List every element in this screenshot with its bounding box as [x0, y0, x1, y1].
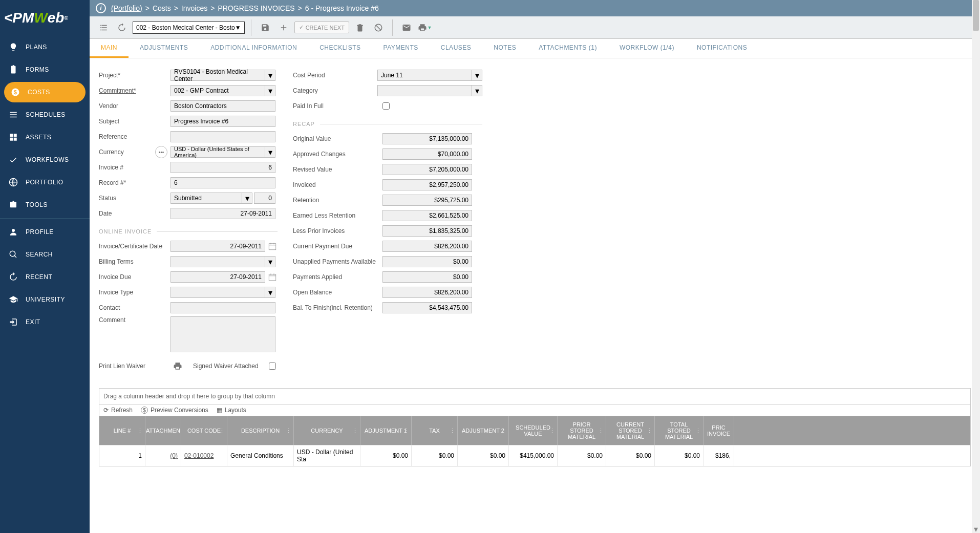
tab-adjustments[interactable]: ADJUSTMENTS: [129, 39, 199, 58]
col-price[interactable]: PRIC INVOICE: [704, 416, 734, 445]
save-button[interactable]: [258, 20, 273, 35]
nav-schedules[interactable]: SCHEDULES: [0, 103, 90, 126]
commitment-label[interactable]: Commitment*: [99, 87, 171, 94]
cell-attachment[interactable]: (0): [145, 445, 181, 466]
column-menu-icon[interactable]: ⋮: [286, 428, 291, 434]
layouts-button[interactable]: ▦Layouts: [217, 407, 246, 414]
preview-conversions-button[interactable]: $Preview Conversions: [141, 407, 208, 414]
table-row[interactable]: 1 (0) 02-010002 General Conditions USD -…: [99, 445, 970, 466]
column-menu-icon[interactable]: ⋮: [450, 428, 455, 434]
nav-assets[interactable]: ASSETS: [0, 126, 90, 148]
info-icon[interactable]: i: [96, 3, 106, 13]
tab-attachments[interactable]: ATTACHMENTS (1): [527, 39, 608, 58]
invoice-type-select[interactable]: ▾: [171, 287, 275, 298]
column-menu-icon[interactable]: ⋮: [352, 428, 358, 434]
category-select[interactable]: ▾: [377, 85, 482, 96]
col-cost-code[interactable]: COST CODE⋮: [181, 416, 227, 445]
email-button[interactable]: [399, 20, 414, 35]
breadcrumb-root[interactable]: (Portfolio): [111, 4, 142, 12]
status-extra-field[interactable]: 0: [254, 193, 275, 204]
chevron-down-icon[interactable]: ▾: [265, 287, 275, 298]
col-adj2[interactable]: ADJUSTMENT 2⋮: [458, 416, 509, 445]
invoice-due-field[interactable]: 27-09-2011: [171, 271, 265, 283]
nav-portfolio[interactable]: PORTFOLIO: [0, 171, 90, 194]
breadcrumb-invoices[interactable]: Invoices: [181, 4, 207, 12]
tab-workflow[interactable]: WORKFLOW (1/4): [608, 39, 686, 58]
comment-field[interactable]: [171, 316, 275, 352]
nav-costs[interactable]: $ COSTS: [4, 82, 86, 102]
nav-plans[interactable]: PLANS: [0, 36, 90, 58]
chevron-down-icon[interactable]: ▾: [265, 256, 275, 267]
record-selector[interactable]: 002 - Boston Mecical Center - Bosto ▼: [133, 22, 245, 34]
print-button[interactable]: ▼: [417, 20, 433, 35]
paid-in-full-checkbox[interactable]: [382, 102, 390, 110]
currency-select[interactable]: USD - Dollar (United States of America) …: [171, 146, 275, 158]
breadcrumb-progress[interactable]: PROGRESS INVOICES: [218, 4, 294, 12]
cost-period-select[interactable]: June 11 ▾: [377, 70, 482, 81]
col-adj1[interactable]: ADJUSTMENT 1⋮: [360, 416, 412, 445]
calendar-icon[interactable]: [267, 241, 278, 251]
nav-search[interactable]: SEARCH: [0, 243, 90, 266]
nav-university[interactable]: UNIVERSITY: [0, 288, 90, 311]
currency-more-icon[interactable]: •••: [155, 146, 167, 158]
signed-waiver-checkbox[interactable]: [269, 363, 276, 370]
history-button[interactable]: [114, 20, 130, 35]
create-next-button[interactable]: ✓ CREATE NEXT: [294, 22, 349, 33]
cancel-button[interactable]: [371, 20, 386, 35]
chevron-down-icon[interactable]: ▾: [265, 85, 275, 96]
breadcrumb-costs[interactable]: Costs: [153, 4, 171, 12]
tab-notes[interactable]: NOTES: [482, 39, 527, 58]
contact-field[interactable]: [171, 302, 275, 313]
tab-payments[interactable]: PAYMENTS: [372, 39, 430, 58]
tab-additional-info[interactable]: ADDITIONAL INFORMATION: [199, 39, 308, 58]
cell-cost-code[interactable]: 02-010002: [181, 445, 227, 466]
status-select[interactable]: Submitted ▾: [171, 193, 252, 204]
commitment-select[interactable]: 002 - GMP Contract ▾: [171, 85, 275, 96]
column-menu-icon[interactable]: ⋮: [219, 428, 225, 434]
col-description[interactable]: DESCRIPTION⋮: [227, 416, 294, 445]
calendar-icon[interactable]: [267, 272, 278, 282]
nav-tools[interactable]: TOOLS: [0, 194, 90, 216]
project-select[interactable]: RVS0104 - Boston Medical Center ▾: [171, 70, 275, 81]
add-button[interactable]: [276, 20, 291, 35]
chevron-down-icon[interactable]: ▾: [265, 146, 275, 158]
col-prior-stored[interactable]: PRIOR STORED MATERIAL⋮: [558, 416, 606, 445]
col-scheduled[interactable]: SCHEDULED VALUE⋮: [509, 416, 558, 445]
scrollbar-down-arrow[interactable]: ▾: [972, 525, 980, 533]
col-currency[interactable]: CURRENCY⋮: [294, 416, 360, 445]
tab-clauses[interactable]: CLAUSES: [430, 39, 483, 58]
nav-workflows[interactable]: WORKFLOWS: [0, 148, 90, 171]
column-menu-icon[interactable]: ⋮: [137, 428, 143, 434]
column-menu-icon[interactable]: ⋮: [598, 428, 604, 434]
chevron-down-icon[interactable]: ▾: [472, 85, 482, 96]
column-menu-icon[interactable]: ⋮: [403, 428, 409, 434]
tab-checklists[interactable]: CHECKLISTS: [308, 39, 372, 58]
column-menu-icon[interactable]: ⋮: [647, 428, 652, 434]
col-current-stored[interactable]: CURRENT STORED MATERIAL⋮: [606, 416, 655, 445]
chevron-down-icon[interactable]: ▾: [265, 70, 275, 81]
nav-exit[interactable]: EXIT: [0, 311, 90, 333]
column-menu-icon[interactable]: ⋮: [549, 428, 555, 434]
reference-field[interactable]: [171, 131, 275, 142]
record-num-field[interactable]: 6: [171, 177, 275, 188]
vendor-field[interactable]: Boston Contractors: [171, 100, 275, 112]
col-tax[interactable]: TAX⋮: [412, 416, 458, 445]
scrollbar-thumb[interactable]: [973, 0, 979, 31]
vertical-scrollbar[interactable]: ▾: [972, 0, 980, 533]
subject-field[interactable]: Progress Invoice #6: [171, 116, 275, 127]
nav-recent[interactable]: RECENT: [0, 266, 90, 288]
print-icon[interactable]: [173, 361, 183, 371]
date-field[interactable]: 27-09-2011: [171, 208, 275, 219]
col-total-stored[interactable]: TOTAL STORED MATERIAL⋮: [655, 416, 704, 445]
refresh-button[interactable]: ⟳Refresh: [103, 407, 133, 414]
billing-terms-select[interactable]: ▾: [171, 256, 275, 267]
tab-main[interactable]: MAIN: [90, 39, 129, 58]
col-line[interactable]: LINE #⋮: [99, 416, 145, 445]
column-menu-icon[interactable]: ⋮: [501, 428, 506, 434]
col-attachment[interactable]: ATTACHMEN⋮: [145, 416, 181, 445]
delete-button[interactable]: [352, 20, 368, 35]
column-menu-icon[interactable]: ⋮: [173, 428, 179, 434]
column-menu-icon[interactable]: ⋮: [695, 428, 701, 434]
list-view-button[interactable]: [96, 20, 111, 35]
chevron-down-icon[interactable]: ▾: [242, 193, 252, 204]
